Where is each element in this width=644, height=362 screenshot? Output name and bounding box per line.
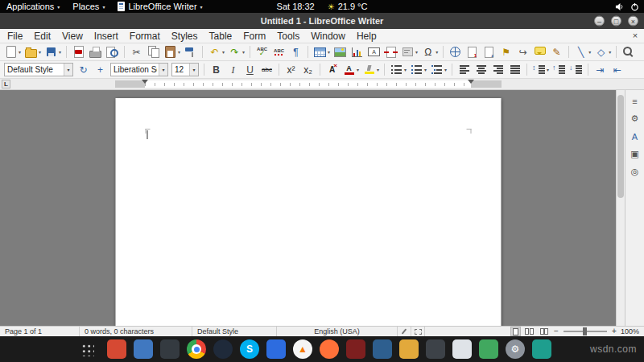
close-document-button[interactable]: × <box>630 31 641 42</box>
strikethrough-button[interactable] <box>259 62 275 78</box>
paragraph-style-combo[interactable]: Default Style▾ <box>4 63 73 76</box>
page-number-status[interactable]: Page 1 of 1 <box>0 327 80 336</box>
menu-help[interactable]: Help <box>351 29 382 43</box>
dock-app-7[interactable] <box>399 339 419 359</box>
italic-button[interactable]: I <box>225 62 241 78</box>
dock-firefox[interactable] <box>320 339 339 359</box>
dropdown-caret-icon[interactable]: ▾ <box>64 64 72 76</box>
sidebar-tab-properties[interactable]: ⚙ <box>627 111 643 126</box>
zoom-level[interactable]: 100% <box>618 327 644 335</box>
menu-edit[interactable]: Edit <box>28 29 56 43</box>
insert-textbox-button[interactable] <box>366 44 382 60</box>
insert-special-character-button[interactable]: Ω▾ <box>420 44 439 60</box>
multi-page-view-button[interactable] <box>522 327 536 336</box>
justify-button[interactable] <box>507 62 522 78</box>
increase-indent-button[interactable]: ⇥ <box>592 62 608 78</box>
sidebar-tab-gallery[interactable]: ▣ <box>627 146 643 162</box>
clear-formatting-button[interactable] <box>324 62 340 78</box>
dock-vlc[interactable]: ▲ <box>293 339 312 359</box>
menu-view[interactable]: View <box>56 29 89 43</box>
menu-format[interactable]: Format <box>124 29 166 43</box>
dock-app-2[interactable] <box>134 339 153 359</box>
sidebar-tab-styles[interactable]: A <box>627 129 643 144</box>
dock-show-applications[interactable] <box>77 339 97 359</box>
clone-formatting-button[interactable] <box>183 44 198 60</box>
dock-app-4[interactable] <box>266 339 286 359</box>
dock-skype[interactable]: S <box>240 339 259 359</box>
dock-chrome[interactable] <box>187 339 206 359</box>
ruler-text-region[interactable] <box>145 80 471 88</box>
zoom-in-button[interactable]: + <box>610 327 618 335</box>
insert-endnote-button[interactable] <box>481 44 497 60</box>
insert-line-button[interactable]: ╲▾ <box>573 44 592 60</box>
bold-button[interactable]: B <box>208 62 224 78</box>
insert-footnote-button[interactable] <box>464 44 480 60</box>
new-document-button[interactable]: ▾ <box>3 44 22 60</box>
font-size-combo[interactable]: 12▾ <box>171 63 199 76</box>
insert-mode-indicator[interactable] <box>398 327 411 336</box>
menu-tools[interactable]: Tools <box>271 29 305 43</box>
zoom-slider-thumb[interactable] <box>583 327 587 335</box>
volume-icon[interactable] <box>615 2 624 11</box>
open-button[interactable]: ▾ <box>23 44 42 60</box>
outline-list-button[interactable]: ▾ <box>429 62 448 78</box>
highlight-color-button[interactable]: ▾ <box>361 62 380 78</box>
paste-button[interactable]: ▾ <box>163 44 181 60</box>
close-button[interactable]: × <box>628 16 638 27</box>
insert-chart-button[interactable] <box>349 44 365 60</box>
panel-menu-libreoffice-writer[interactable]: LibreOffice Writer▾ <box>111 0 208 13</box>
selection-mode-indicator[interactable] <box>411 327 425 336</box>
undo-button[interactable]: ↶▾ <box>207 44 225 60</box>
menu-styles[interactable]: Styles <box>166 29 204 43</box>
auto-spellcheck-button[interactable] <box>271 44 287 60</box>
decrease-indent-button[interactable]: ⇤ <box>609 62 625 78</box>
vertical-scrollbar[interactable] <box>616 90 625 326</box>
redo-button[interactable]: ↷▾ <box>227 44 246 60</box>
line-spacing-button[interactable]: ▾ <box>531 62 550 78</box>
basic-shapes-button[interactable]: ◇▾ <box>593 44 612 60</box>
insert-field-button[interactable]: ▾ <box>400 44 419 60</box>
panel-menu-applications[interactable]: Applications▾ <box>0 0 66 13</box>
menu-window[interactable]: Window <box>305 29 351 43</box>
panel-menu-places[interactable]: Places▾ <box>66 0 111 13</box>
single-page-view-button[interactable] <box>510 327 521 336</box>
formatting-marks-button[interactable]: ¶ <box>288 44 303 60</box>
power-icon[interactable] <box>630 2 639 11</box>
decrease-paragraph-spacing-button[interactable] <box>568 62 584 78</box>
dropdown-caret-icon[interactable]: ▾ <box>189 64 198 76</box>
menu-table[interactable]: Table <box>204 29 238 43</box>
minimize-button[interactable]: – <box>594 16 605 27</box>
save-button[interactable]: ▾ <box>43 44 62 60</box>
dock-app-10[interactable] <box>532 339 551 359</box>
underline-button[interactable]: U <box>242 62 258 78</box>
dock-steam[interactable] <box>213 339 233 359</box>
unordered-list-button[interactable]: ▾ <box>389 62 407 78</box>
print-preview-button[interactable] <box>105 44 120 60</box>
dropdown-caret-icon[interactable]: ▾ <box>159 64 167 76</box>
sidebar-tab-navigator[interactable]: ◎ <box>627 164 643 179</box>
insert-table-button[interactable]: ▾ <box>312 44 331 60</box>
language-status[interactable]: English (USA) <box>277 327 398 336</box>
cut-button[interactable]: ✂ <box>129 44 144 60</box>
insert-comment-button[interactable] <box>532 44 547 60</box>
page-style-status[interactable]: Default Style <box>192 327 277 336</box>
align-left-button[interactable] <box>456 62 472 78</box>
increase-paragraph-spacing-button[interactable] <box>551 62 567 78</box>
maximize-button[interactable]: □ <box>611 16 621 27</box>
weather-indicator[interactable]: ☀ 21.9 °C <box>328 2 368 11</box>
zoom-out-button[interactable]: − <box>552 327 560 335</box>
indent-marker-right[interactable] <box>468 80 474 87</box>
dock-app-9[interactable] <box>479 339 498 359</box>
superscript-button[interactable]: x² <box>283 62 299 78</box>
align-center-button[interactable] <box>473 62 489 78</box>
align-right-button[interactable] <box>490 62 506 78</box>
menu-form[interactable]: Form <box>237 29 271 43</box>
font-name-combo[interactable]: Liberation Ser▾ <box>110 63 168 76</box>
zoom-slider[interactable] <box>564 331 607 332</box>
insert-cross-reference-button[interactable]: ↪ <box>515 44 530 60</box>
dock-app-6[interactable] <box>373 339 392 359</box>
export-pdf-button[interactable] <box>71 44 86 60</box>
dock-app-8[interactable] <box>426 339 445 359</box>
dock-text-editor[interactable] <box>452 339 472 359</box>
word-count-status[interactable]: 0 words, 0 characters <box>80 327 192 336</box>
